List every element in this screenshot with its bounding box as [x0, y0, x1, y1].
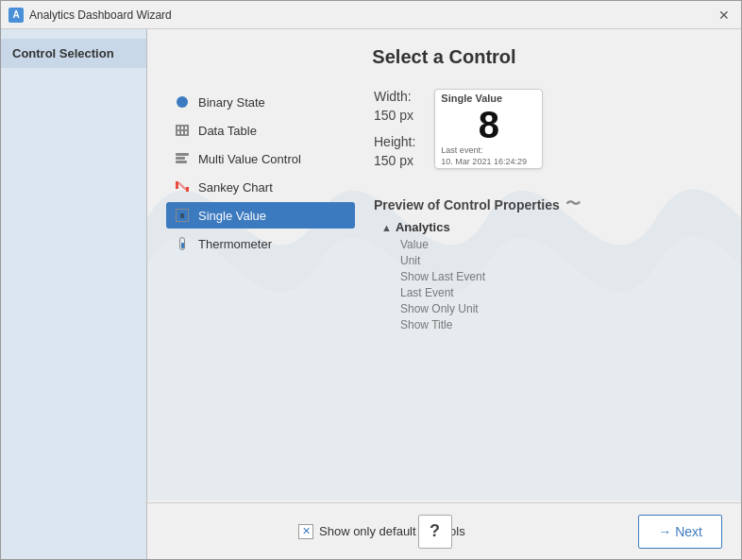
page-title: Select a Control	[147, 29, 741, 79]
tree-item-unit: Unit	[400, 254, 722, 267]
next-button[interactable]: → Next	[638, 515, 722, 549]
binary-state-icon	[174, 93, 191, 110]
svg-rect-1	[186, 187, 189, 192]
tree-group-analytics: ▲ Analytics	[381, 220, 722, 234]
dimensions: Width: 150 px Height: 150 px	[374, 89, 415, 176]
data-table-icon	[174, 122, 191, 139]
height-label: Height:	[374, 134, 415, 149]
preview-card: Single Value 8 Last event: 10. Mar 2021 …	[434, 89, 543, 169]
tree-item-show-only-unit: Show Only Unit	[400, 302, 722, 315]
sankey-chart-icon	[174, 178, 191, 195]
app-icon: A	[8, 8, 24, 23]
preview-card-timestamp: 10. Mar 2021 16:24:29	[441, 157, 527, 166]
panel: Binary State Data Table	[147, 79, 741, 502]
content-inner: Select a Control Binary State	[147, 29, 741, 502]
close-button[interactable]: ✕	[715, 6, 734, 25]
title-bar: A Analytics Dashboard Wizard ✕	[1, 1, 741, 29]
tree-items: Value Unit Show Last Event Last Event Sh…	[400, 238, 722, 331]
preview-card-title: Single Value	[441, 93, 502, 104]
properties-section: Preview of Control Properties 〜 ▲ Analyt…	[374, 195, 722, 331]
default-controls-checkbox[interactable]: ✕	[298, 524, 313, 539]
control-item-single-value[interactable]: 8 Single Value	[166, 202, 355, 229]
right-panel: Width: 150 px Height: 150 px Single Valu…	[374, 89, 722, 493]
tree-collapse-arrow: ▲	[381, 222, 392, 233]
properties-title: Preview of Control Properties	[374, 197, 560, 212]
properties-header: Preview of Control Properties 〜	[374, 195, 722, 214]
window-title: Analytics Dashboard Wizard	[29, 8, 715, 22]
control-list: Binary State Data Table	[166, 89, 355, 493]
tree-group-label: Analytics	[396, 220, 450, 234]
footer: ✕ Show only default Controls ? → Next	[147, 502, 741, 559]
sidebar: Control Selection	[1, 29, 147, 559]
preview-card-footer: Last event:	[441, 145, 482, 155]
tree-item-show-last-event: Show Last Event	[400, 270, 722, 283]
properties-tree: ▲ Analytics Value Unit Show Last Event L…	[381, 220, 722, 331]
wavy-icon: 〜	[565, 195, 581, 214]
tree-item-value: Value	[400, 238, 722, 251]
app-window: A Analytics Dashboard Wizard ✕ Control S…	[0, 0, 742, 560]
control-item-data-table[interactable]: Data Table	[166, 117, 355, 144]
multi-value-icon	[174, 150, 191, 167]
control-item-thermometer[interactable]: Thermometer	[166, 230, 355, 257]
content-area: Select a Control Binary State	[147, 29, 741, 559]
control-item-sankey-chart[interactable]: Sankey Chart	[166, 174, 355, 200]
width-value: 150 px	[374, 108, 415, 123]
single-value-icon: 8	[174, 207, 191, 224]
tree-item-show-title: Show Title	[400, 318, 722, 331]
sidebar-item-control-selection[interactable]: Control Selection	[1, 39, 146, 68]
preview-card-value: 8	[479, 106, 499, 144]
svg-rect-0	[176, 181, 178, 189]
help-button[interactable]: ?	[418, 515, 452, 549]
main-layout: Control Selection Select a Control	[1, 29, 741, 559]
height-value: 150 px	[374, 153, 415, 168]
control-item-binary-state[interactable]: Binary State	[166, 89, 355, 115]
width-label: Width:	[374, 89, 415, 104]
tree-item-last-event: Last Event	[400, 286, 722, 299]
control-item-multi-value[interactable]: Multi Value Control	[166, 145, 355, 172]
dims-preview: Width: 150 px Height: 150 px Single Valu…	[374, 89, 722, 176]
thermometer-icon	[174, 235, 191, 252]
